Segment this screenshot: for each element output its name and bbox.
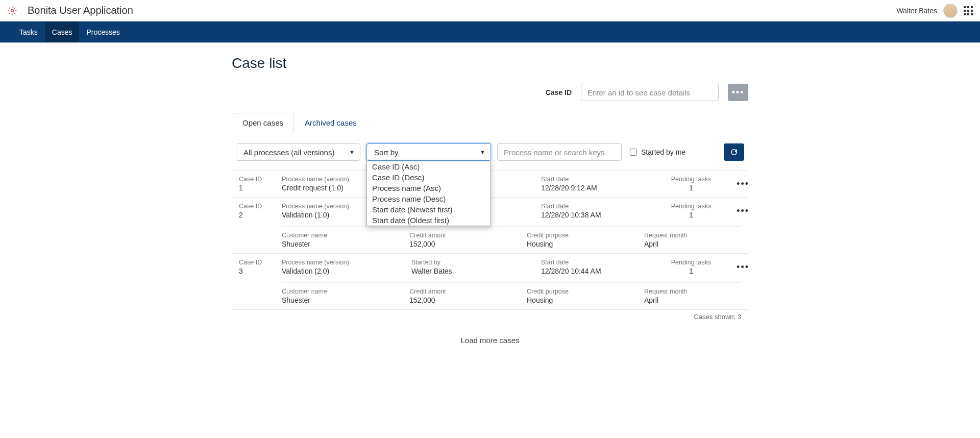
cell-pending: 1 bbox=[655, 184, 727, 192]
cell-started-by: Walter Bates bbox=[411, 267, 539, 275]
sort-option[interactable]: Process name (Asc) bbox=[367, 183, 491, 193]
col-label-pending: Pending tasks bbox=[655, 176, 727, 183]
cell-credit-purpose: Housing bbox=[527, 296, 644, 304]
username[interactable]: Walter Bates bbox=[896, 7, 937, 15]
tabs: Open cases Archived cases bbox=[232, 112, 748, 132]
sort-by-value: Sort by bbox=[374, 148, 399, 157]
refresh-icon bbox=[729, 148, 739, 157]
nav-cases[interactable]: Cases bbox=[45, 21, 80, 42]
nav-processes[interactable]: Processes bbox=[79, 21, 127, 42]
col-label-credit-amount: Credit amont bbox=[409, 232, 527, 239]
cases-shown-count: Cases shown: 3 bbox=[232, 310, 748, 321]
filters-row: All processes (all versions) ▼ Sort by ▼… bbox=[232, 132, 748, 170]
cell-customer-name: Shuester bbox=[282, 296, 409, 304]
row-more-button[interactable]: ••• bbox=[729, 203, 749, 216]
gear-icon bbox=[7, 6, 17, 16]
col-label-pending: Pending tasks bbox=[655, 203, 727, 210]
cell-pending: 1 bbox=[655, 211, 727, 219]
case-id-label: Case ID bbox=[546, 88, 572, 96]
case-row: Case ID3Process name (version)Validation… bbox=[232, 254, 748, 310]
sort-option[interactable]: Case ID (Asc) bbox=[367, 161, 491, 172]
started-by-me-input[interactable] bbox=[630, 149, 637, 156]
apps-grid-icon[interactable] bbox=[964, 6, 973, 15]
cell-start-date: 12/28/20 10:38 AM bbox=[541, 211, 653, 219]
col-label-customer-name: Customer name bbox=[282, 288, 409, 295]
search-input[interactable] bbox=[497, 143, 622, 161]
cell-process: Validation (2.0) bbox=[282, 267, 409, 275]
app-title: Bonita User Application bbox=[28, 5, 133, 16]
cell-case-id: 1 bbox=[239, 184, 280, 192]
cell-credit-amount: 152,000 bbox=[409, 296, 527, 304]
refresh-button[interactable] bbox=[724, 143, 744, 161]
started-by-me-label: Started by me bbox=[641, 148, 685, 156]
col-label-started-by: Started by bbox=[411, 259, 539, 266]
process-filter-select[interactable]: All processes (all versions) ▼ bbox=[236, 143, 360, 161]
started-by-me-checkbox[interactable]: Started by me bbox=[630, 148, 685, 156]
col-label-start-date: Start date bbox=[541, 259, 653, 266]
sort-option[interactable]: Process name (Desc) bbox=[367, 193, 491, 204]
row-more-button[interactable]: ••• bbox=[729, 259, 749, 273]
cell-credit-amount: 152,000 bbox=[409, 240, 527, 248]
sort-option[interactable]: Start date (Oldest first) bbox=[367, 215, 491, 226]
sort-by-select[interactable]: Sort by ▼ bbox=[366, 143, 491, 161]
col-label-pending: Pending tasks bbox=[655, 259, 727, 266]
case-id-lookup: Case ID ••• bbox=[232, 84, 748, 101]
tab-open-cases[interactable]: Open cases bbox=[232, 113, 294, 132]
cell-case-id: 3 bbox=[239, 267, 280, 275]
chevron-down-icon: ▼ bbox=[349, 149, 355, 155]
tab-archived-cases[interactable]: Archived cases bbox=[294, 113, 368, 132]
col-label-case-id: Case ID bbox=[239, 259, 280, 266]
cell-request-month: April bbox=[644, 240, 746, 248]
col-label-credit-purpose: Credit purpose bbox=[527, 232, 644, 239]
cell-credit-purpose: Housing bbox=[527, 240, 644, 248]
col-label-start-date: Start date bbox=[541, 176, 653, 183]
nav-tasks[interactable]: Tasks bbox=[12, 21, 45, 42]
navbar: Tasks Cases Processes bbox=[0, 21, 980, 43]
col-label-process: Process name (version) bbox=[282, 259, 409, 266]
cell-pending: 1 bbox=[655, 267, 727, 275]
sort-option[interactable]: Start date (Newest first) bbox=[367, 204, 491, 215]
cell-request-month: April bbox=[644, 296, 746, 304]
cell-case-id: 2 bbox=[239, 211, 280, 219]
page-content: Case list Case ID ••• Open cases Archive… bbox=[232, 43, 748, 380]
sort-dropdown: Case ID (Asc)Case ID (Desc)Process name … bbox=[366, 161, 491, 226]
col-label-case-id: Case ID bbox=[239, 203, 280, 210]
case-id-input[interactable] bbox=[581, 84, 719, 101]
sort-option[interactable]: Case ID (Desc) bbox=[367, 172, 491, 183]
page-title: Case list bbox=[232, 55, 748, 71]
col-label-customer-name: Customer name bbox=[282, 232, 409, 239]
row-more-button[interactable]: ••• bbox=[729, 176, 749, 189]
col-label-request-month: Request month bbox=[644, 288, 746, 295]
cell-start-date: 12/28/20 9:12 AM bbox=[541, 184, 653, 192]
col-label-credit-amount: Credit amont bbox=[409, 288, 527, 295]
col-label-case-id: Case ID bbox=[239, 176, 280, 183]
load-more-button[interactable]: Load more cases bbox=[232, 321, 748, 360]
col-label-start-date: Start date bbox=[541, 203, 653, 210]
col-label-credit-purpose: Credit purpose bbox=[527, 288, 644, 295]
chevron-down-icon: ▼ bbox=[480, 149, 485, 155]
topbar: Bonita User Application Walter Bates bbox=[0, 0, 980, 21]
avatar[interactable] bbox=[943, 4, 958, 18]
process-filter-value: All processes (all versions) bbox=[243, 148, 334, 157]
svg-point-0 bbox=[11, 9, 14, 12]
case-id-more-button[interactable]: ••• bbox=[728, 84, 748, 101]
col-label-request-month: Request month bbox=[644, 232, 746, 239]
cell-start-date: 12/28/20 10:44 AM bbox=[541, 267, 653, 275]
cell-customer-name: Shuester bbox=[282, 240, 409, 248]
